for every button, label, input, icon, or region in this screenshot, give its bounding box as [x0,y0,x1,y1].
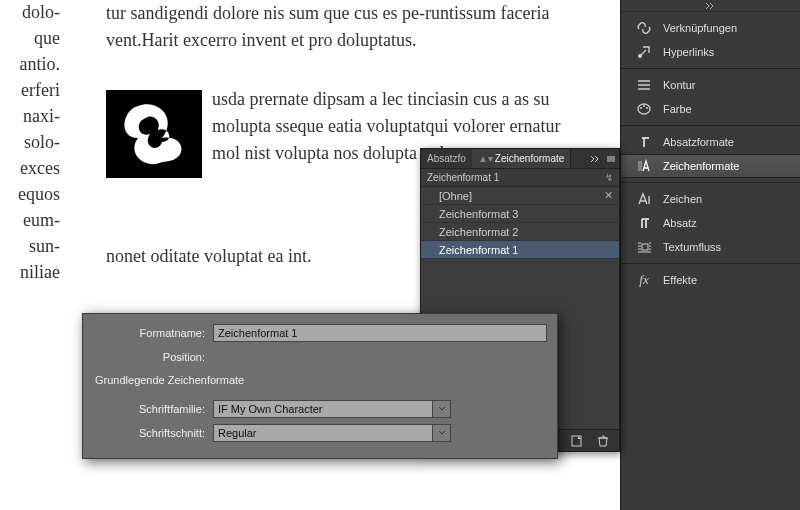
text-frag: exces [0,156,60,180]
text-frag: eum- [0,208,60,232]
style-name: Zeichenformat 1 [439,244,518,256]
svg-rect-5 [638,161,642,171]
text-frag: que [0,26,60,50]
style-row[interactable]: Zeichenformat 2 [421,223,619,241]
panel-collapse-button[interactable] [587,153,603,165]
font-family-dropdown-button[interactable] [433,400,451,418]
dropcap-glyph [106,90,202,178]
panel-hyperlinks[interactable]: Hyperlinks [621,40,800,64]
text-frag: niliae [0,260,60,284]
svg-point-0 [638,54,642,58]
tab-label: Zeichenformate [495,153,564,164]
quick-apply-icon[interactable]: ↯ [605,172,613,183]
font-style-label: Schriftschnitt: [93,427,213,439]
svg-point-3 [643,105,645,107]
font-family-label: Schriftfamilie: [93,403,213,415]
panel-label: Kontur [663,79,695,91]
paragraph: tur sandigendi dolore nis sum que cus es… [106,0,586,54]
effects-icon: fx [635,271,653,289]
text-frag: equos [0,182,60,206]
text-frag: sun- [0,234,60,258]
panel-menu-icon [606,155,616,163]
svg-rect-7 [572,436,581,446]
paragraph-styles-icon [635,133,653,151]
panel-label: Zeichenformate [663,160,739,172]
panel-character[interactable]: Zeichen [621,187,800,211]
panel-links[interactable]: Verknüpfungen [621,16,800,40]
format-name-label: Formatname: [93,327,213,339]
panel-menu-button[interactable] [603,153,619,165]
text-wrap-icon [635,238,653,256]
new-page-icon [570,435,584,447]
svg-rect-6 [642,244,648,250]
panel-label: Absatz [663,217,697,229]
style-list: [Ohne] ✕ Zeichenformat 3 Zeichenformat 2… [421,187,619,259]
text-frag: dolo- [0,0,60,24]
svg-point-4 [646,107,648,109]
right-panel-dock: Verknüpfungen Hyperlinks Kontur Farbe Ab… [620,0,800,510]
panel-label: Farbe [663,103,692,115]
custom-glyph-icon [114,94,194,174]
panel-current-style: Zeichenformat 1 ↯ [421,169,619,187]
text-frag: naxi- [0,104,60,128]
links-icon [635,19,653,37]
style-name: Zeichenformat 3 [439,208,518,220]
position-label: Position: [93,351,213,363]
chevron-down-icon [438,406,446,412]
style-row[interactable]: Zeichenformat 3 [421,205,619,223]
panel-tab-bar: Absatzfo ▲▾ Zeichenformate [421,149,619,169]
panel-label: Effekte [663,274,697,286]
panel-label: Zeichen [663,193,702,205]
panel-text-wrap[interactable]: Textumfluss [621,235,800,259]
character-styles-icon [635,157,653,175]
style-name: [Ohne] [439,190,472,202]
panel-color[interactable]: Farbe [621,97,800,121]
sort-icon: ▲▾ [478,153,493,164]
panel-label: Textumfluss [663,241,721,253]
left-column-fragments: dolo- que antio. erferi naxi- solo- exce… [0,0,60,286]
character-style-options-dialog: Formatname: Zeichenformat 1 Position: Gr… [82,313,558,459]
format-name-input[interactable]: Zeichenformat 1 [213,324,547,342]
panel-paragraph[interactable]: Absatz [621,211,800,235]
tab-character-styles[interactable]: ▲▾ Zeichenformate [472,149,571,168]
style-row-none[interactable]: [Ohne] ✕ [421,187,619,205]
color-palette-icon [635,100,653,118]
trash-icon [596,435,610,447]
chevron-down-icon [438,430,446,436]
font-family-select[interactable]: IF My Own Character [213,400,433,418]
panel-label: Hyperlinks [663,46,714,58]
panel-label: Verknüpfungen [663,22,737,34]
new-style-button[interactable] [569,433,585,449]
hyperlinks-icon [635,43,653,61]
panel-character-styles[interactable]: Zeichenformate [621,154,800,178]
character-icon [635,190,653,208]
tab-paragraph-styles[interactable]: Absatzfo [421,149,472,168]
text-frag: solo- [0,130,60,154]
text-frag: antio. [0,52,60,76]
text-frag: erferi [0,78,60,102]
clear-override-icon[interactable]: ✕ [604,189,613,202]
font-style-select[interactable]: Regular [213,424,433,442]
dock-collapse-handle[interactable] [621,0,800,12]
panel-label: Absatzformate [663,136,734,148]
style-name: Zeichenformat 2 [439,226,518,238]
paragraph-icon [635,214,653,232]
double-chevron-icon [590,155,600,163]
style-row-selected[interactable]: Zeichenformat 1 [421,241,619,259]
stroke-icon [635,76,653,94]
svg-point-2 [640,107,642,109]
chevron-right-double-icon [706,3,716,9]
section-heading: Grundlegende Zeichenformate [93,370,547,392]
panel-paragraph-styles[interactable]: Absatzformate [621,130,800,154]
panel-effects[interactable]: fx Effekte [621,268,800,292]
panel-stroke[interactable]: Kontur [621,73,800,97]
font-style-dropdown-button[interactable] [433,424,451,442]
current-style-label: Zeichenformat 1 [427,172,499,183]
delete-style-button[interactable] [595,433,611,449]
